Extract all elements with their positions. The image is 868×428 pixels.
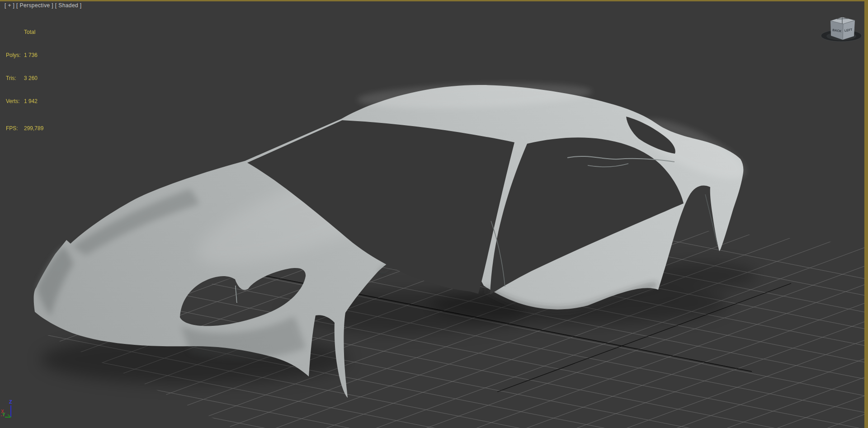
x-axis-label: X: [1, 409, 4, 414]
stats-fps-label: FPS:: [6, 125, 24, 132]
stats-tris-label: Tris:: [6, 75, 24, 82]
stats-polys-row: Polys: 1 736: [6, 52, 43, 59]
stats-fps-row: FPS: 299,789: [6, 125, 43, 132]
stats-polys-label: Polys:: [6, 52, 24, 59]
stats-verts-row: Verts: 1 942: [6, 98, 43, 105]
statistics-overlay: Total Polys: 1 736 Tris: 3 260 Verts: 1 …: [6, 13, 43, 148]
stats-tris-row: Tris: 3 260: [6, 75, 43, 82]
perspective-viewport[interactable]: BACK LEFT Z Y X [ + ] [ Perspective ] [ …: [0, 0, 868, 428]
active-viewport-border-top: [0, 0, 868, 1]
viewport-canvas[interactable]: BACK LEFT Z Y X: [0, 0, 868, 428]
stats-verts-value: 1 942: [24, 98, 38, 105]
z-axis-label: Z: [9, 399, 12, 404]
viewport-label-menu[interactable]: [ + ] [ Perspective ] [ Shaded ]: [5, 2, 82, 9]
stats-total-header: Total: [24, 28, 35, 36]
stats-polys-value: 1 736: [24, 52, 38, 59]
stats-header-row: Total: [24, 28, 43, 36]
stats-verts-label: Verts:: [6, 98, 24, 105]
stats-tris-value: 3 260: [24, 75, 38, 82]
axis-tripod: Z Y X: [1, 399, 12, 417]
stats-fps-value: 299,789: [24, 125, 43, 132]
active-viewport-border-right: [864, 0, 868, 428]
viewcube[interactable]: BACK LEFT: [821, 17, 862, 42]
